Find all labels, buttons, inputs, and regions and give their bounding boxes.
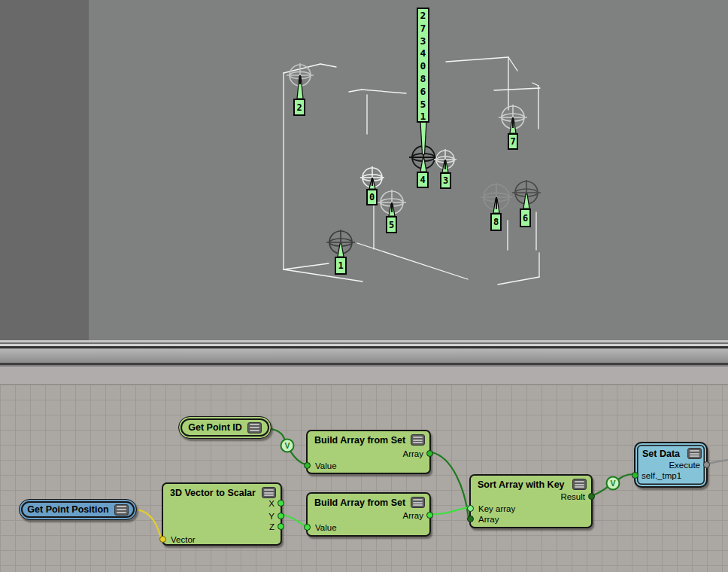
viewport-canvas xyxy=(0,0,728,340)
wireframe-grid xyxy=(284,57,540,284)
grid-background xyxy=(0,384,728,572)
output-label: Array xyxy=(403,510,423,521)
stack-icon xyxy=(572,479,587,490)
port-z-output[interactable] xyxy=(278,523,284,530)
node-build-array-from-set-top[interactable]: Build Array from Set Array Value xyxy=(306,430,431,474)
input-label-keyarray: Key array xyxy=(478,504,515,514)
port-array-output[interactable] xyxy=(426,450,433,457)
stack-label-pointer xyxy=(420,122,426,154)
output-label: Array xyxy=(403,449,423,459)
point-id-label-8: 8 xyxy=(490,213,502,231)
point-id-label-7: 7 xyxy=(508,133,518,150)
stack-icon xyxy=(411,434,425,446)
node-build-array-from-set-bottom[interactable]: Build Array from Set Array Value xyxy=(306,492,431,537)
node-3d-vector-to-scalar[interactable]: 3D Vector to Scalar X Y Z Vector xyxy=(162,482,282,546)
port-self-tmp1-input[interactable] xyxy=(632,472,639,479)
point-id-label-1: 1 xyxy=(335,257,347,275)
node-title: Get Point ID xyxy=(188,422,242,433)
stack-icon xyxy=(114,504,129,516)
output-label-x: X xyxy=(268,498,275,509)
point-id-label-2: 2 xyxy=(293,99,305,116)
port-y-output[interactable] xyxy=(278,513,284,519)
node-sort-array-with-key[interactable]: Sort Array with Key Result Key array Arr… xyxy=(469,474,593,528)
stack-icon xyxy=(687,448,702,459)
port-key-array-input[interactable] xyxy=(467,505,474,512)
input-label: self._tmp1 xyxy=(642,470,681,481)
output-label: Execute xyxy=(669,460,700,470)
port-value-input[interactable] xyxy=(304,524,311,531)
input-label: Value xyxy=(315,522,337,533)
port-array-input[interactable] xyxy=(467,516,474,522)
3d-viewport[interactable]: 2 7 3 4 0 8 6 5 1 2 0 5 4 3 7 8 6 1 xyxy=(0,0,728,340)
stack-icon xyxy=(247,422,262,434)
input-label-array: Array xyxy=(478,514,499,525)
splitter-handle[interactable] xyxy=(0,348,728,363)
node-get-point-position[interactable]: Get Point Position xyxy=(19,499,137,520)
point-id-label-6: 6 xyxy=(520,208,531,227)
port-execute-output[interactable] xyxy=(703,461,710,468)
node-title: Build Array from Set xyxy=(314,497,405,508)
point-id-label-3: 3 xyxy=(440,172,451,189)
point-markers xyxy=(287,63,541,257)
point-id-label-4: 4 xyxy=(417,172,429,188)
point-id-stack-label: 2 7 3 4 0 8 6 5 1 xyxy=(417,8,429,123)
node-get-point-id[interactable]: Get Point ID xyxy=(178,416,271,439)
port-result-output[interactable] xyxy=(588,493,595,500)
node-title: 3D Vector to Scalar xyxy=(170,488,256,498)
application-window: 2 7 3 4 0 8 6 5 1 2 0 5 4 3 7 8 6 1 xyxy=(0,0,728,572)
stack-icon xyxy=(262,487,276,498)
input-label: Vector xyxy=(171,534,196,545)
port-value-input[interactable] xyxy=(304,462,311,469)
horizontal-splitter[interactable] xyxy=(0,340,728,367)
port-array-output[interactable] xyxy=(426,512,433,519)
point-id-label-0: 0 xyxy=(366,189,378,205)
output-label-y: Y xyxy=(268,511,275,522)
output-label-z: Z xyxy=(269,522,275,532)
point-id-label-5: 5 xyxy=(386,216,397,233)
node-title: Set Data xyxy=(642,449,680,459)
node-title: Get Point Position xyxy=(27,504,108,515)
port-vector-input[interactable] xyxy=(159,536,166,543)
node-set-data[interactable]: Set Data Execute self._tmp1 xyxy=(634,442,708,488)
node-title: Build Array from Set xyxy=(314,435,405,446)
input-label: Value xyxy=(315,461,337,471)
stack-icon xyxy=(411,497,425,508)
node-title: Sort Array with Key xyxy=(478,479,565,490)
port-x-output[interactable] xyxy=(278,500,284,507)
output-label: Result xyxy=(560,491,585,502)
